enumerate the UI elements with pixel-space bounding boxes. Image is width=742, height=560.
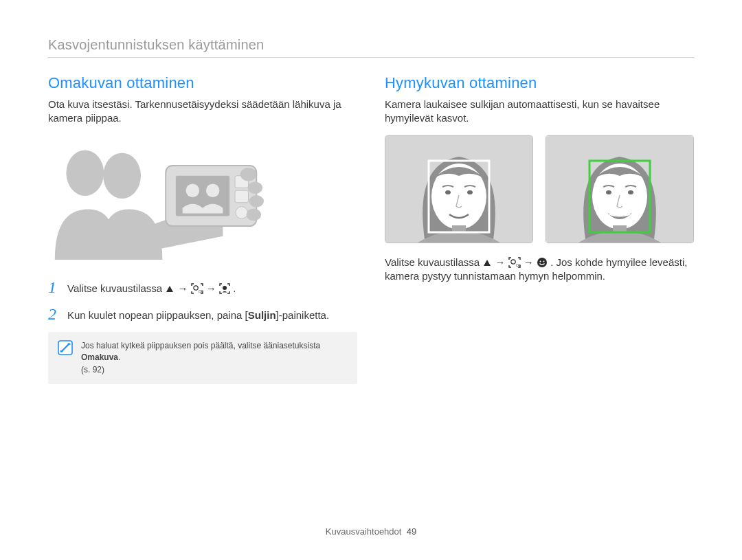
svg-point-34: [537, 258, 547, 267]
step2-a: Kun kuulet nopean piippauksen, paina [: [67, 309, 248, 321]
svg-point-8: [236, 206, 248, 219]
note-b: Omakuva: [81, 352, 118, 362]
step1-prefix: Valitse kuvaustilassa: [67, 282, 165, 294]
page-number: 49: [407, 526, 416, 537]
self-portrait-intro: Ota kuva itsestäsi. Tarkennusetäisyydeks…: [48, 98, 357, 126]
smile-illustrations: [385, 135, 694, 243]
smile-mode-icon: [537, 257, 548, 268]
svg-point-9: [240, 167, 256, 181]
self-portrait-heading: Omakuvan ottaminen: [48, 74, 357, 92]
svg-marker-13: [166, 286, 173, 292]
svg-rect-19: [60, 350, 63, 352]
svg-point-0: [66, 150, 104, 196]
step-2: 2 Kun kuulet nopean piippauksen, paina […: [48, 306, 357, 322]
smile-face-left: [385, 135, 533, 243]
smile-shot-heading: Hymykuvan ottaminen: [385, 74, 694, 92]
svg-marker-31: [484, 260, 491, 266]
svg-text:OFF: OFF: [199, 289, 203, 293]
step1-period: .: [233, 282, 236, 294]
smile-face-right: [546, 135, 694, 243]
note-a: Jos haluat kytkeä piippauksen pois päält…: [81, 341, 320, 350]
breadcrumb-title: Kasvojentunnistuksen käyttäminen: [48, 37, 694, 53]
step1-arrow1: →: [177, 282, 190, 294]
svg-rect-7: [235, 190, 249, 203]
svg-point-1: [103, 153, 141, 199]
step-2-text: Kun kuulet nopean piippauksen, paina [Su…: [67, 306, 329, 322]
smile-instruction: Valitse kuvaustilassa → OFF → . Jos kohd…: [385, 256, 694, 284]
right-arrow1: →: [495, 256, 508, 268]
up-icon: [165, 284, 175, 294]
self-portrait-illustration: [48, 135, 357, 263]
svg-rect-20: [68, 343, 71, 345]
face-detect-off-icon: OFF: [191, 283, 203, 294]
right-arrow2: →: [524, 256, 537, 268]
svg-point-11: [249, 195, 264, 208]
note-text: Jos haluat kytkeä piippauksen pois päält…: [81, 340, 348, 376]
page-footer: Kuvausvaihtoehdot 49: [0, 526, 742, 537]
svg-point-32: [510, 259, 515, 263]
page: Kasvojentunnistuksen käyttäminen Omakuva…: [0, 0, 742, 560]
note-icon: [58, 340, 73, 376]
step-1: 1 Valitse kuvaustilassa → OFF →: [48, 279, 357, 295]
svg-point-16: [223, 286, 227, 290]
svg-point-5: [206, 183, 220, 197]
two-columns: Omakuvan ottaminen Ota kuva itsestäsi. T…: [48, 74, 694, 384]
svg-point-23: [445, 190, 451, 194]
smile-shot-intro: Kamera laukaisee sulkijan automaattisest…: [385, 98, 694, 126]
up-icon: [482, 258, 492, 268]
svg-point-10: [248, 181, 263, 194]
header-rule: [48, 57, 694, 58]
step-number-2: 2: [48, 306, 60, 322]
svg-point-29: [628, 190, 633, 194]
svg-point-28: [606, 190, 611, 194]
step2-bold: Suljin: [248, 309, 276, 321]
step-number-1: 1: [48, 279, 60, 295]
svg-text:OFF: OFF: [516, 263, 521, 267]
step1-arrow2: →: [206, 282, 219, 294]
note-c: .: [118, 352, 120, 362]
self-portrait-mode-icon: [219, 283, 230, 294]
left-column: Omakuvan ottaminen Ota kuva itsestäsi. T…: [48, 74, 357, 384]
step2-c: ]-painiketta.: [276, 309, 330, 321]
svg-point-36: [543, 260, 544, 262]
step-1-text: Valitse kuvaustilassa → OFF →: [67, 279, 236, 295]
right-line-a: Valitse kuvaustilassa: [385, 256, 482, 268]
svg-point-12: [247, 208, 262, 221]
svg-point-24: [467, 190, 473, 194]
note-ref: (s. 92): [81, 364, 348, 376]
note-box: Jos haluat kytkeä piippauksen pois päält…: [48, 332, 357, 384]
svg-point-4: [186, 183, 200, 197]
svg-point-14: [193, 286, 197, 290]
face-detect-off-icon: OFF: [508, 257, 521, 268]
footer-label: Kuvausvaihtoehdot: [326, 526, 402, 537]
svg-point-35: [539, 260, 541, 262]
right-column: Hymykuvan ottaminen Kamera laukaisee sul…: [385, 74, 694, 384]
